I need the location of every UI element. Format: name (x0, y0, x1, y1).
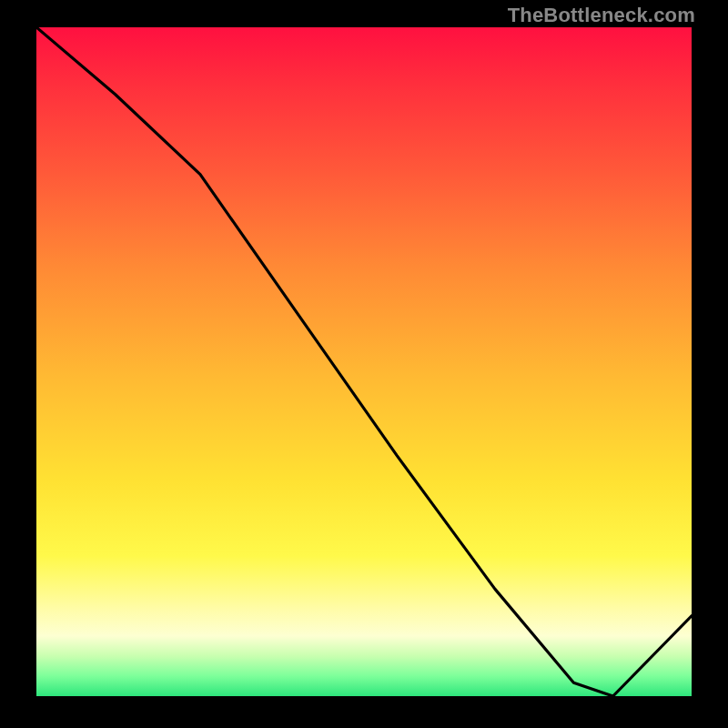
chart-plot-area (36, 27, 692, 696)
chart-frame: TheBottleneck.com (0, 0, 728, 728)
chart-line (36, 27, 692, 696)
watermark-text: TheBottleneck.com (508, 4, 695, 27)
chart-curve-svg (36, 27, 692, 696)
